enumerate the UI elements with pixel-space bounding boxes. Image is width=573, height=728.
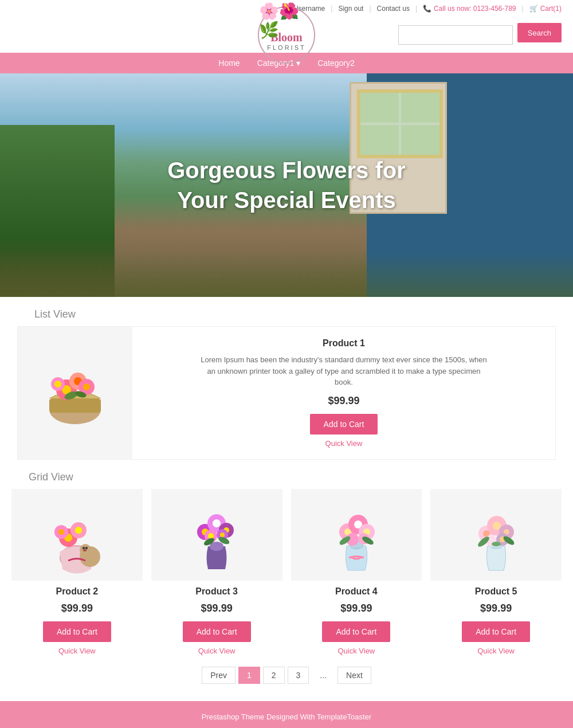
grid-product-4: Product 4 $99.99 Add to Cart Quick View bbox=[291, 489, 422, 655]
grid-product-4-quick-view[interactable]: Quick View bbox=[337, 647, 375, 655]
list-product-image bbox=[18, 327, 132, 459]
grid-product-2-quick-view[interactable]: Quick View bbox=[58, 647, 96, 655]
logo-flowers-icon: 🌸🌺🌿 bbox=[259, 2, 314, 40]
grid-product-3-add-cart[interactable]: Add to Cart bbox=[183, 621, 251, 642]
header-main: 🌸🌺🌿 Bloom FLORIST Search bbox=[0, 17, 573, 53]
svg-point-17 bbox=[85, 547, 88, 549]
grid-product-5: Product 5 $99.99 Add to Cart Quick View bbox=[430, 489, 562, 655]
svg-point-35 bbox=[220, 533, 225, 537]
list-view-label: List View bbox=[17, 297, 556, 326]
grid-product-3-quick-view[interactable]: Quick View bbox=[198, 647, 236, 655]
grid-product-2-add-cart[interactable]: Add to Cart bbox=[43, 621, 111, 642]
grid-product-5-quick-view[interactable]: Quick View bbox=[477, 647, 515, 655]
list-product-details: Product 1 Lorem Ipsum has been the indus… bbox=[132, 327, 555, 459]
grid-product-2-name: Product 2 bbox=[56, 586, 98, 597]
grid-view-label: Grid View bbox=[11, 460, 562, 489]
grid-product-2: Product 2 $99.99 Add to Cart Quick View bbox=[11, 489, 143, 655]
list-product-name: Product 1 bbox=[323, 338, 365, 349]
signout-link[interactable]: Sign out bbox=[338, 5, 363, 13]
hero-window bbox=[357, 89, 443, 158]
cart-icon: 🛒 bbox=[529, 5, 538, 13]
hero-banner: Gorgeous Flowers for Your Special Events bbox=[0, 73, 573, 297]
phone-info: 📞 Call us now: 0123-456-789 bbox=[423, 5, 516, 13]
grid-product-5-image bbox=[430, 489, 562, 581]
prev-page-button[interactable]: Prev bbox=[202, 667, 236, 684]
grid-product-4-name: Product 4 bbox=[335, 586, 378, 597]
page-3-button[interactable]: 3 bbox=[288, 667, 309, 684]
footer: Prestashop Theme Designed With TemplateT… bbox=[0, 701, 573, 729]
grid-product-4-price: $99.99 bbox=[340, 602, 372, 615]
svg-point-33 bbox=[208, 533, 214, 539]
hero-title: Gorgeous Flowers for Your Special Events bbox=[143, 155, 430, 215]
footer-text: Prestashop Theme Designed With TemplateT… bbox=[202, 713, 372, 721]
hero-text-block: Gorgeous Flowers for Your Special Events bbox=[143, 155, 430, 215]
list-product-description: Lorem Ipsum has been the industry's stan… bbox=[201, 354, 487, 388]
grid-product-3-name: Product 3 bbox=[195, 586, 238, 597]
grid-product-5-name: Product 5 bbox=[475, 586, 517, 597]
svg-point-53 bbox=[493, 522, 501, 530]
grid-product-5-price: $99.99 bbox=[480, 602, 512, 615]
svg-point-24 bbox=[58, 529, 64, 535]
product4-flower-icon bbox=[319, 495, 394, 575]
cart-label: Cart(1) bbox=[540, 5, 562, 13]
svg-point-7 bbox=[54, 381, 61, 388]
sep1: | bbox=[331, 5, 332, 13]
sep3: | bbox=[415, 5, 417, 13]
grid-product-5-add-cart[interactable]: Add to Cart bbox=[462, 621, 530, 642]
list-product-item: Product 1 Lorem Ipsum has been the indus… bbox=[17, 326, 556, 460]
svg-point-61 bbox=[492, 542, 501, 546]
product5-flower-icon bbox=[459, 495, 533, 575]
list-view-section: List View P bbox=[0, 297, 573, 460]
page-1-button[interactable]: 1 bbox=[238, 667, 260, 684]
list-quick-view-button[interactable]: Quick View bbox=[325, 439, 363, 448]
contact-link[interactable]: Contact us bbox=[377, 5, 410, 13]
grid-product-3-price: $99.99 bbox=[201, 602, 233, 615]
grid-product-container: Product 2 $99.99 Add to Cart Quick View bbox=[11, 489, 562, 655]
grid-product-4-image bbox=[291, 489, 422, 581]
search-input[interactable] bbox=[398, 25, 513, 45]
sep4: | bbox=[522, 5, 524, 13]
svg-point-22 bbox=[75, 527, 82, 534]
svg-point-16 bbox=[83, 547, 85, 549]
nav-category2[interactable]: Category2 bbox=[317, 58, 355, 68]
svg-point-18 bbox=[83, 549, 87, 551]
product2-flower-icon bbox=[40, 495, 114, 575]
logo-circle: 🌸🌺🌿 Bloom FLORIST bbox=[258, 6, 315, 64]
product3-flower-icon bbox=[179, 495, 254, 575]
svg-point-29 bbox=[213, 519, 221, 527]
grid-product-3-image bbox=[151, 489, 282, 581]
sep2: | bbox=[369, 5, 371, 13]
next-page-button[interactable]: Next bbox=[337, 667, 371, 684]
search-area: Search bbox=[398, 23, 562, 47]
pagination-dots: ... bbox=[312, 667, 335, 683]
nav-home[interactable]: Home bbox=[218, 58, 240, 68]
logo[interactable]: 🌸🌺🌿 Bloom FLORIST bbox=[258, 6, 315, 64]
svg-point-9 bbox=[83, 383, 90, 390]
grid-product-4-add-cart[interactable]: Add to Cart bbox=[322, 621, 390, 642]
page-2-button[interactable]: 2 bbox=[263, 667, 285, 684]
grid-product-3: Product 3 $99.99 Add to Cart Quick View bbox=[151, 489, 282, 655]
grid-product-2-price: $99.99 bbox=[61, 602, 93, 615]
flower-basket-icon bbox=[35, 355, 115, 430]
pagination: Prev 1 2 3 ... Next bbox=[0, 655, 573, 701]
cart-info[interactable]: 🛒 Cart(1) bbox=[529, 5, 562, 13]
list-add-to-cart-button[interactable]: Add to Cart bbox=[310, 414, 378, 435]
list-product-price: $99.99 bbox=[328, 395, 359, 407]
grid-view-section: Grid View bbox=[0, 460, 573, 655]
grid-product-2-image bbox=[11, 489, 143, 581]
hero-ground bbox=[0, 251, 573, 297]
phone-number: Call us now: 0123-456-789 bbox=[434, 5, 516, 13]
svg-rect-1 bbox=[49, 398, 101, 413]
phone-icon: 📞 bbox=[423, 5, 431, 13]
search-button[interactable]: Search bbox=[517, 23, 562, 42]
logo-florist-text: FLORIST bbox=[267, 44, 305, 51]
